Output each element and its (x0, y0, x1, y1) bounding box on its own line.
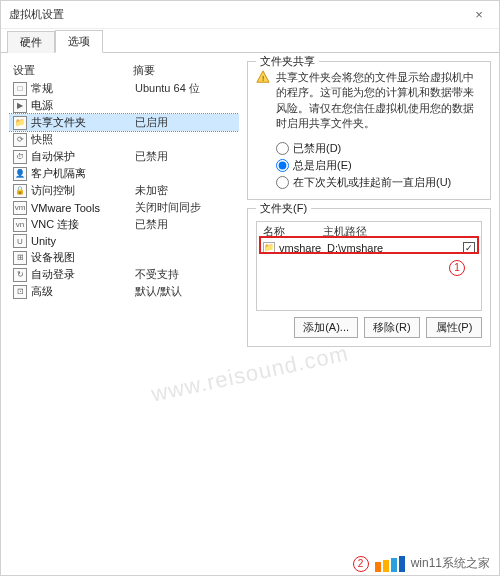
radio-always[interactable]: 总是启用(E) (256, 157, 482, 174)
radio-until[interactable]: 在下次关机或挂起前一直启用(U) (256, 174, 482, 191)
settings-row-summary: 已禁用 (135, 149, 235, 164)
settings-row-summary: 未加密 (135, 183, 235, 198)
folders-col-path: 主机路径 (323, 224, 475, 239)
settings-row[interactable]: 👤客户机隔离 (9, 165, 239, 182)
folder-enabled-checkbox[interactable]: ✓ (463, 242, 475, 254)
folder-sharing-group: 文件夹共享 ! 共享文件夹会将您的文件显示给虚拟机中的程序。这可能为您的计算机和… (247, 61, 491, 200)
radio-disabled[interactable]: 已禁用(D) (256, 140, 482, 157)
settings-row-icon: ▶ (13, 99, 27, 113)
add-button[interactable]: 添加(A)... (294, 317, 358, 338)
settings-row-icon: 👤 (13, 167, 27, 181)
radio-always-input[interactable] (276, 159, 289, 172)
settings-row-name: VMware Tools (31, 202, 131, 214)
settings-row-summary: 已启用 (135, 115, 235, 130)
footer-text: win11系统之家 (411, 555, 490, 572)
settings-row-name: 自动登录 (31, 267, 131, 282)
folder-name: vmshare (279, 242, 323, 254)
footer-logo (375, 556, 405, 572)
folders-group-title: 文件夹(F) (256, 201, 311, 216)
settings-row[interactable]: □常规Ubuntu 64 位 (9, 80, 239, 97)
settings-list-panel: 设置 摘要 □常规Ubuntu 64 位▶电源📁共享文件夹已启用⟳快照⏱自动保护… (9, 61, 239, 567)
folder-icon: 📁 (263, 242, 275, 254)
settings-row-name: 常规 (31, 81, 131, 96)
annotation-circle-2: 2 (353, 556, 369, 572)
tab-hardware[interactable]: 硬件 (7, 31, 55, 53)
settings-row[interactable]: ⟳快照 (9, 131, 239, 148)
folders-col-name: 名称 (263, 224, 323, 239)
settings-row-icon: ⏱ (13, 150, 27, 164)
radio-until-input[interactable] (276, 176, 289, 189)
remove-button[interactable]: 移除(R) (364, 317, 420, 338)
logo-bar (399, 556, 405, 572)
settings-row-name: 高级 (31, 284, 131, 299)
radio-until-label: 在下次关机或挂起前一直启用(U) (293, 175, 451, 190)
details-panel: 文件夹共享 ! 共享文件夹会将您的文件显示给虚拟机中的程序。这可能为您的计算机和… (247, 61, 491, 567)
settings-row[interactable]: ▶电源 (9, 97, 239, 114)
settings-row[interactable]: ⊞设备视图 (9, 249, 239, 266)
settings-row[interactable]: ⊡高级默认/默认 (9, 283, 239, 300)
settings-list[interactable]: □常规Ubuntu 64 位▶电源📁共享文件夹已启用⟳快照⏱自动保护已禁用👤客户… (9, 80, 239, 567)
tab-strip: 硬件 选项 (1, 29, 499, 53)
settings-row-name: 访问控制 (31, 183, 131, 198)
warning-icon: ! (256, 70, 270, 84)
settings-row-name: 客户机隔离 (31, 166, 131, 181)
settings-row-icon: vm (13, 201, 27, 215)
settings-row-name: 设备视图 (31, 250, 131, 265)
folder-row[interactable]: 📁vmshareD:\vmshare✓ (257, 241, 481, 255)
folders-header: 名称 主机路径 (257, 222, 481, 241)
settings-row[interactable]: 📁共享文件夹已启用 (9, 114, 239, 131)
logo-bar (383, 560, 389, 572)
settings-list-header: 设置 摘要 (9, 61, 239, 80)
settings-row-icon: 📁 (13, 116, 27, 130)
settings-row-icon: 🔒 (13, 184, 27, 198)
settings-row-summary: 已禁用 (135, 217, 235, 232)
settings-row-name: Unity (31, 235, 131, 247)
settings-row[interactable]: vmVMware Tools关闭时间同步 (9, 199, 239, 216)
settings-row[interactable]: UUnity (9, 233, 239, 249)
settings-row-summary: 默认/默认 (135, 284, 235, 299)
settings-row-summary: 关闭时间同步 (135, 200, 235, 215)
settings-row[interactable]: ↻自动登录不受支持 (9, 266, 239, 283)
settings-row-icon: U (13, 234, 27, 248)
settings-row-name: VNC 连接 (31, 217, 131, 232)
radio-disabled-label: 已禁用(D) (293, 141, 341, 156)
titlebar: 虚拟机设置 × (1, 1, 499, 29)
annotation-circle-1: 1 (449, 260, 465, 276)
settings-row-icon: □ (13, 82, 27, 96)
settings-row[interactable]: vnVNC 连接已禁用 (9, 216, 239, 233)
settings-row-name: 共享文件夹 (31, 115, 131, 130)
settings-row[interactable]: ⏱自动保护已禁用 (9, 148, 239, 165)
settings-row-icon: vn (13, 218, 27, 232)
settings-row[interactable]: 🔒访问控制未加密 (9, 182, 239, 199)
col-summary-header: 摘要 (133, 63, 235, 78)
folders-listbox[interactable]: 名称 主机路径 📁vmshareD:\vmshare✓ 1 (256, 221, 482, 311)
footer: 2 win11系统之家 (0, 555, 500, 572)
radio-disabled-input[interactable] (276, 142, 289, 155)
settings-row-summary: Ubuntu 64 位 (135, 81, 235, 96)
folder-path: D:\vmshare (327, 242, 459, 254)
folders-button-row: 添加(A)... 移除(R) 属性(P) (256, 317, 482, 338)
warning-text: 共享文件夹会将您的文件显示给虚拟机中的程序。这可能为您的计算机和数据带来风险。请… (276, 70, 482, 132)
col-device-header: 设置 (13, 63, 133, 78)
window-title: 虚拟机设置 (9, 7, 467, 22)
properties-button[interactable]: 属性(P) (426, 317, 482, 338)
settings-row-icon: ⊞ (13, 251, 27, 265)
settings-row-summary: 不受支持 (135, 267, 235, 282)
settings-row-name: 电源 (31, 98, 131, 113)
radio-always-label: 总是启用(E) (293, 158, 352, 173)
svg-text:!: ! (262, 74, 264, 83)
folder-sharing-title: 文件夹共享 (256, 54, 319, 69)
settings-row-icon: ⊡ (13, 285, 27, 299)
warning-row: ! 共享文件夹会将您的文件显示给虚拟机中的程序。这可能为您的计算机和数据带来风险… (256, 70, 482, 132)
tab-options[interactable]: 选项 (55, 30, 103, 53)
settings-row-name: 快照 (31, 132, 131, 147)
folders-group: 文件夹(F) 名称 主机路径 📁vmshareD:\vmshare✓ 1 添加(… (247, 208, 491, 347)
logo-bar (391, 558, 397, 572)
vm-settings-window: 虚拟机设置 × 硬件 选项 设置 摘要 □常规Ubuntu 64 位▶电源📁共享… (0, 0, 500, 576)
settings-row-name: 自动保护 (31, 149, 131, 164)
settings-row-icon: ↻ (13, 268, 27, 282)
close-icon[interactable]: × (467, 5, 491, 25)
logo-bar (375, 562, 381, 572)
body: 设置 摘要 □常规Ubuntu 64 位▶电源📁共享文件夹已启用⟳快照⏱自动保护… (1, 53, 499, 575)
settings-row-icon: ⟳ (13, 133, 27, 147)
